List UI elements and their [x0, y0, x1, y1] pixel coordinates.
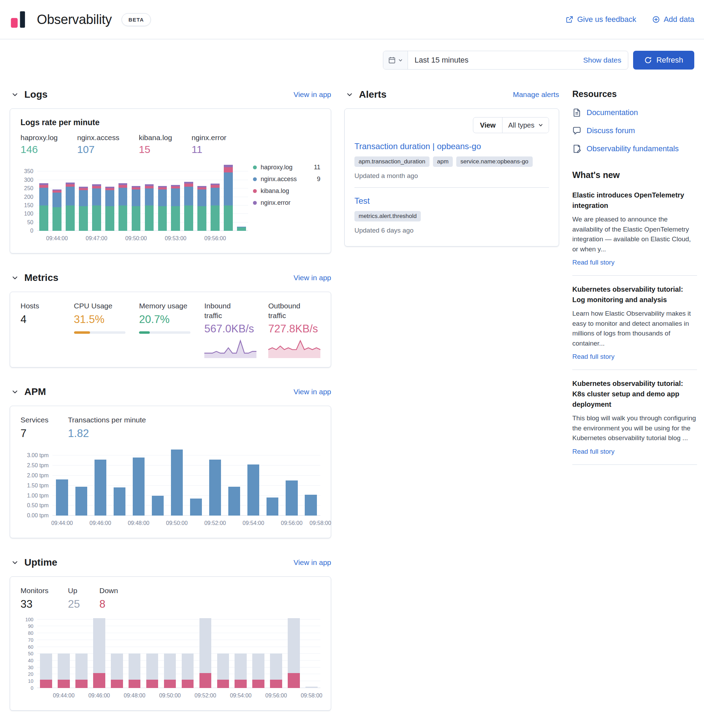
read-full-story-link[interactable]: Read full story — [572, 259, 615, 266]
y-axis: 0102030405060708090100 — [20, 616, 37, 688]
stat-label: Down — [100, 586, 118, 595]
add-data-link[interactable]: Add data — [652, 15, 694, 24]
time-range-button[interactable]: Last 15 minutes — [408, 51, 583, 69]
document-icon — [572, 108, 581, 117]
manage-alerts-link[interactable]: Manage alerts — [513, 90, 559, 99]
y-axis-label: 3.00 tpm — [27, 452, 49, 459]
chart-bar — [161, 616, 179, 688]
bar-segment — [288, 618, 300, 673]
y-axis-label: 300 — [24, 177, 33, 183]
stat-label: kibana.log — [138, 133, 172, 142]
chevron-down-icon — [346, 91, 353, 98]
y-axis-label: 2.50 tpm — [27, 462, 49, 469]
bar-segment — [305, 495, 317, 516]
metrics-view-in-app-link[interactable]: View in app — [294, 274, 331, 282]
toolbar: Last 15 minutes Show dates Refresh — [0, 39, 704, 69]
header-actions: Give us feedback Add data — [566, 15, 694, 24]
news-item: Elastic introduces OpenTelemetry integra… — [572, 182, 697, 276]
memory-progress-bar — [139, 331, 190, 334]
chart-bar — [52, 448, 72, 516]
uptime-chart-wrap: 010203040506070809010009:44:0009:46:0009… — [20, 616, 320, 701]
bar-segment — [105, 206, 114, 231]
alert-type-select[interactable]: All types — [502, 117, 549, 133]
chart-bar — [225, 448, 244, 516]
refresh-button[interactable]: Refresh — [633, 51, 694, 69]
chart-bar — [63, 163, 77, 231]
y-axis-label: 100 — [24, 211, 33, 217]
uptime-up-stat: Up 25 — [68, 586, 80, 611]
bar-segment — [52, 193, 62, 207]
apm-panel: Services 7 Transactions per minute 1.82 … — [10, 406, 331, 538]
resource-link-observability-fundamentals[interactable]: Observability fundamentals — [572, 144, 697, 153]
y-axis-label: 90 — [28, 623, 33, 629]
chart-bar — [55, 616, 73, 688]
bar-segment — [39, 185, 48, 188]
bar-segment — [171, 206, 180, 231]
legend-item[interactable]: kibana.log — [253, 188, 320, 195]
news-title: Kubernetes observability tutorial: K8s c… — [572, 378, 697, 410]
legend-item[interactable]: nginx.access9 — [253, 176, 320, 183]
metrics-collapse-button[interactable] — [10, 273, 20, 283]
resource-link-documentation[interactable]: Documentation — [572, 108, 697, 117]
brand: Observability BETA — [10, 10, 151, 29]
progress-fill — [74, 331, 90, 334]
stat-value: 107 — [77, 144, 119, 155]
x-axis-label: 09:58:00 — [310, 520, 331, 526]
bar-segment — [145, 205, 154, 231]
resource-link-discuss-forum[interactable]: Discuss forum — [572, 126, 697, 135]
bar-segment — [224, 165, 233, 167]
bar-segment — [228, 487, 240, 516]
bar-segment — [198, 206, 206, 231]
plot-area — [37, 163, 248, 231]
discuss-icon — [572, 126, 581, 135]
chart-bar — [214, 616, 232, 688]
legend-value: 9 — [317, 176, 320, 183]
uptime-monitors-chart: 010203040506070809010009:44:0009:46:0009… — [20, 616, 320, 701]
legend-item[interactable]: nginx.error — [253, 199, 320, 207]
chart-bar — [148, 448, 167, 516]
logs-legend: haproxy.log11nginx.access9kibana.logngin… — [248, 163, 320, 244]
apm-collapse-button[interactable] — [10, 387, 20, 397]
alert-badge: metrics.alert.threshold — [355, 211, 421, 221]
bar-segment — [75, 487, 87, 516]
y-axis-label: 0 — [30, 685, 33, 691]
y-axis-label: 1.00 tpm — [27, 493, 49, 499]
legend-item[interactable]: haproxy.log11 — [253, 164, 320, 171]
alerts-collapse-button[interactable] — [344, 90, 355, 100]
chart-bar — [77, 163, 90, 231]
logs-view-in-app-link[interactable]: View in app — [294, 90, 331, 99]
quick-select-button[interactable] — [383, 51, 408, 69]
metric-label: Hosts — [20, 301, 62, 311]
alert-title-link[interactable]: Transaction duration | opbeans-go — [355, 142, 481, 151]
logs-collapse-button[interactable] — [10, 90, 20, 100]
x-axis-label: 09:44:00 — [53, 693, 74, 699]
chart-bar — [143, 163, 156, 231]
bar-segment — [118, 188, 127, 205]
plus-circle-icon — [652, 16, 660, 23]
chart-bar — [244, 448, 263, 516]
metric-cpu-usage: CPU Usage 31.5% — [74, 301, 127, 358]
stat-label: Transactions per minute — [68, 415, 146, 425]
outbound-traffic-sparkline — [268, 338, 320, 358]
uptime-collapse-button[interactable] — [10, 557, 20, 568]
bar-segment — [158, 206, 167, 231]
alert-title-link[interactable]: Test — [355, 196, 370, 206]
apm-view-in-app-link[interactable]: View in app — [294, 388, 331, 396]
logs-rate-chart: 05010015020025030035009:44:0009:47:0009:… — [20, 163, 248, 244]
uptime-view-in-app-link[interactable]: View in app — [294, 558, 331, 567]
stat-value: 1.82 — [68, 427, 146, 440]
bar-segment — [182, 680, 194, 688]
uptime-monitors-stat: Monitors 33 — [20, 586, 49, 611]
alerts-view-label: View — [473, 117, 502, 133]
show-dates-link[interactable]: Show dates — [583, 56, 628, 64]
read-full-story-link[interactable]: Read full story — [572, 448, 615, 455]
give-feedback-link[interactable]: Give us feedback — [566, 15, 636, 24]
metric-label: CPU Usage — [74, 301, 127, 311]
bar-segment — [211, 205, 219, 231]
chart-bar — [73, 616, 90, 688]
refresh-icon — [644, 56, 652, 64]
metric-value: 31.5% — [74, 313, 127, 326]
bar-segment — [184, 183, 193, 187]
read-full-story-link[interactable]: Read full story — [572, 353, 615, 361]
x-axis-label: 09:50:00 — [166, 520, 188, 526]
